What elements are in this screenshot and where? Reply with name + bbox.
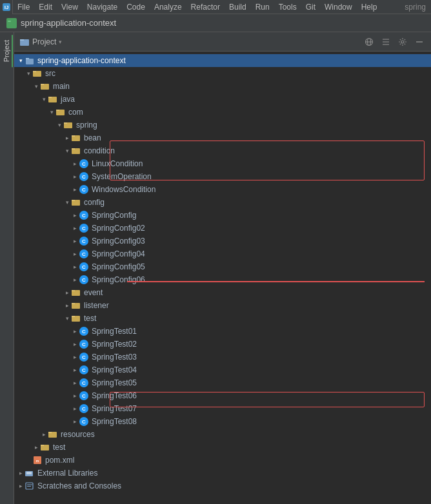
tree-item-system-operation[interactable]: C SystemOperation	[14, 170, 431, 183]
tree-item-bean[interactable]: bean	[14, 131, 431, 144]
tree-item-scratches[interactable]: Scratches and Consoles	[14, 480, 431, 492]
test-package-icon	[71, 313, 81, 324]
spring-config02-label: SpringConfig02	[92, 224, 145, 233]
tree-item-windows-condition[interactable]: C WindowsCondition	[14, 183, 431, 196]
pom-xml-arrow-icon	[25, 456, 32, 464]
listener-arrow-icon	[63, 302, 71, 309]
settings-btn[interactable]	[396, 35, 409, 48]
spring-config02-arrow-icon	[71, 224, 79, 232]
tree-item-spring-test04[interactable]: C SpringTest04	[14, 363, 431, 376]
minimize-btn[interactable]	[413, 35, 426, 48]
project-icon	[6, 18, 17, 28]
spring-config03-class-icon: C	[79, 236, 89, 246]
tree-item-spring-test02[interactable]: C SpringTest02	[14, 338, 431, 351]
main-label: main	[53, 82, 70, 91]
bean-arrow-icon	[63, 134, 71, 142]
spring-config05-arrow-icon	[71, 263, 79, 271]
dropdown-arrow-icon: ▾	[59, 39, 62, 45]
tree-item-spring-config03[interactable]: C SpringConfig03	[14, 235, 431, 247]
app-logo: IJ	[0, 0, 13, 14]
menu-build[interactable]: Build	[225, 0, 251, 14]
com-package-icon	[55, 107, 66, 117]
menu-file[interactable]: File	[13, 0, 34, 14]
tree-item-spring-config[interactable]: C SpringConfig	[14, 209, 431, 222]
tree-item-linux-condition[interactable]: C LinuxCondition	[14, 157, 431, 170]
toolbar-icons	[363, 35, 426, 48]
menu-refactor[interactable]: Refactor	[186, 0, 225, 14]
listener-package-icon	[71, 300, 81, 311]
root-label: spring-application-context	[37, 56, 126, 65]
spring-config03-label: SpringConfig03	[92, 237, 145, 246]
pom-xml-file-icon: m	[32, 455, 43, 465]
tree-item-spring-test03[interactable]: C SpringTest03	[14, 351, 431, 363]
tree-item-root[interactable]: spring-application-context	[14, 54, 431, 67]
spring-test06-class-icon: C	[79, 391, 89, 401]
windows-condition-label: WindowsCondition	[92, 185, 155, 194]
tree-item-test-folder[interactable]: test	[14, 441, 431, 454]
linux-condition-arrow-icon	[71, 160, 79, 168]
tree-item-spring-test05[interactable]: C SpringTest05	[14, 376, 431, 389]
tree-item-spring-test01[interactable]: C SpringTest01	[14, 325, 431, 338]
svg-rect-35	[72, 303, 75, 304]
menu-git[interactable]: Git	[301, 0, 320, 14]
main-layout: Project Project ▾	[0, 32, 431, 504]
menubar: IJ File Edit View Navigate Code Analyze …	[0, 0, 431, 14]
spring-config02-class-icon: C	[79, 223, 89, 233]
project-tree[interactable]: spring-application-context src	[14, 52, 431, 504]
svg-rect-19	[41, 84, 44, 85]
tree-item-java[interactable]: java	[14, 93, 431, 106]
config-arrow-icon	[63, 199, 71, 206]
tree-item-listener[interactable]: listener	[14, 299, 431, 312]
resources-arrow-icon	[40, 431, 48, 438]
tree-item-test-package[interactable]: test	[14, 312, 431, 325]
collapse-btn[interactable]	[379, 35, 392, 48]
menu-analyze[interactable]: Analyze	[150, 0, 186, 14]
spring-test08-label: SpringTest08	[92, 417, 137, 426]
menu-view[interactable]: View	[57, 0, 83, 14]
linux-condition-label: LinuxCondition	[92, 159, 143, 168]
svg-rect-5	[20, 39, 24, 41]
titlebar: spring-application-context	[0, 14, 431, 32]
spring-test03-arrow-icon	[71, 353, 79, 361]
tree-item-spring-config06[interactable]: C SpringConfig06	[14, 273, 431, 286]
spring-test01-label: SpringTest01	[92, 327, 137, 336]
com-label: com	[68, 108, 83, 117]
tree-item-config[interactable]: config	[14, 196, 431, 209]
main-folder-icon	[40, 81, 50, 92]
tree-item-external-libs[interactable]: External Libraries	[14, 467, 431, 480]
tree-item-src[interactable]: src	[14, 67, 431, 80]
tree-item-spring-config02[interactable]: C SpringConfig02	[14, 222, 431, 235]
test-folder-label: test	[53, 443, 65, 452]
menu-edit[interactable]: Edit	[34, 0, 57, 14]
titlebar-text: spring-application-context	[21, 18, 116, 28]
tree-item-resources[interactable]: resources	[14, 428, 431, 441]
tree-item-spring-config04[interactable]: C SpringConfig04	[14, 247, 431, 260]
menu-tools[interactable]: Tools	[274, 0, 301, 14]
tree-item-condition[interactable]: condition	[14, 144, 431, 157]
menu-code[interactable]: Code	[122, 0, 150, 14]
tree-item-com[interactable]: com	[14, 106, 431, 119]
spring-test04-label: SpringTest04	[92, 365, 137, 374]
tree-item-main[interactable]: main	[14, 80, 431, 93]
tree-item-spring-config05[interactable]: C SpringConfig05	[14, 260, 431, 273]
svg-rect-17	[33, 71, 36, 72]
globe-icon-btn[interactable]	[363, 35, 376, 48]
folder-icon	[19, 37, 30, 47]
menu-window[interactable]: Window	[320, 0, 357, 14]
menu-run[interactable]: Run	[251, 0, 274, 14]
tree-item-event[interactable]: event	[14, 286, 431, 299]
spring-config-arrow-icon	[71, 211, 79, 219]
tree-item-spring-test06[interactable]: C SpringTest06	[14, 389, 431, 402]
menu-help[interactable]: Help	[357, 0, 382, 14]
resources-label: resources	[61, 430, 95, 439]
tree-item-pom-xml[interactable]: m pom.xml	[14, 454, 431, 467]
condition-package-icon	[71, 146, 81, 156]
toolbar-title[interactable]: Project ▾	[19, 37, 62, 47]
spring-test02-label: SpringTest02	[92, 340, 137, 349]
project-tab-label[interactable]: Project	[1, 35, 13, 67]
tree-item-spring-test07[interactable]: C SpringTest07	[14, 402, 431, 415]
menu-navigate[interactable]: Navigate	[83, 0, 122, 14]
root-arrow-icon	[17, 57, 25, 64]
tree-item-spring-test08[interactable]: C SpringTest08	[14, 415, 431, 428]
tree-item-spring[interactable]: spring	[14, 119, 431, 131]
